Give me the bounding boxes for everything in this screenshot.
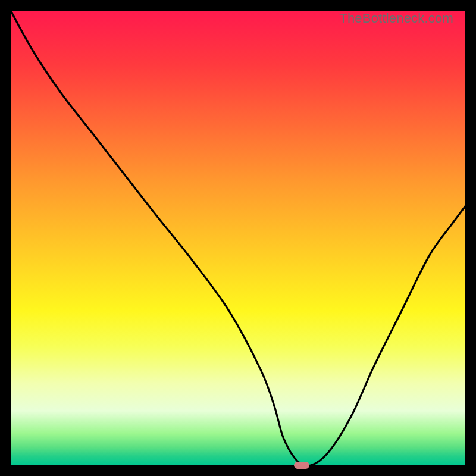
curve-path [11,11,465,466]
bottleneck-curve [11,11,465,465]
optimal-marker [294,462,309,469]
chart-container: TheBottleneck.com [0,0,476,476]
plot-area: TheBottleneck.com [11,11,465,465]
